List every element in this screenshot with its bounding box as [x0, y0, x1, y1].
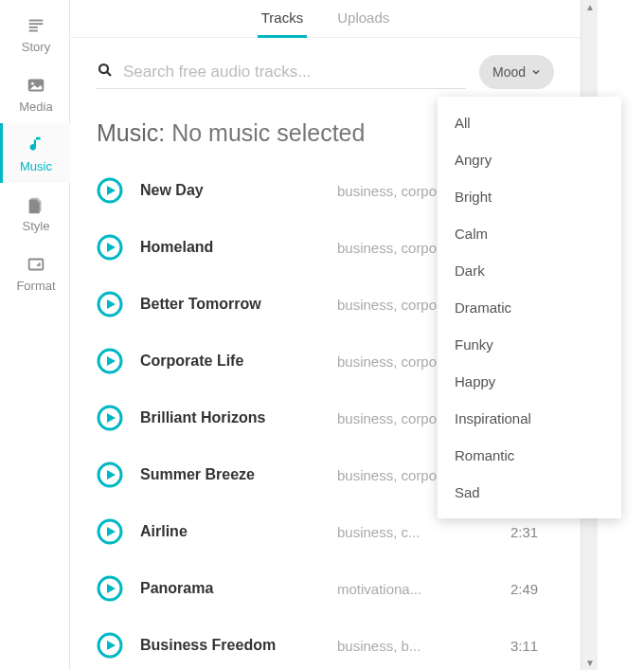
play-button[interactable]	[97, 518, 123, 545]
track-title: Summer Breeze	[140, 466, 320, 483]
play-button[interactable]	[97, 405, 123, 431]
mood-option[interactable]: Romantic	[438, 437, 621, 474]
sidebar-item-story[interactable]: Story	[0, 4, 70, 63]
track-title: New Day	[140, 182, 320, 199]
mood-dropdown-button[interactable]: Mood	[479, 55, 554, 89]
play-button[interactable]	[97, 291, 123, 317]
mood-option[interactable]: Angry	[438, 141, 621, 178]
track-row[interactable]: Business Freedombusiness, b...3:11	[97, 617, 554, 670]
music-icon	[26, 135, 46, 155]
mood-option[interactable]: Dark	[438, 252, 621, 289]
mood-option[interactable]: Dramatic	[438, 289, 621, 326]
mood-label: Mood	[492, 64, 526, 80]
format-icon	[26, 254, 46, 275]
sidebar-item-label: Style	[23, 219, 50, 233]
sidebar-item-format[interactable]: Format	[0, 243, 70, 302]
track-title: Corporate Life	[140, 353, 320, 370]
mood-option[interactable]: All	[438, 104, 621, 141]
play-button[interactable]	[97, 632, 123, 659]
play-button[interactable]	[97, 348, 123, 374]
track-title: Brilliant Horizons	[140, 409, 320, 426]
mood-dropdown: AllAngryBrightCalmDarkDramaticFunkyHappy…	[438, 97, 621, 518]
svg-rect-6	[29, 260, 44, 270]
search-icon	[97, 62, 114, 82]
track-row[interactable]: Panoramamotivationa...2:49	[97, 560, 554, 617]
play-button[interactable]	[97, 575, 123, 602]
track-tags: motivationa...	[337, 581, 493, 597]
style-icon	[26, 194, 46, 215]
sidebar-item-label: Music	[20, 159, 52, 173]
svg-point-7	[99, 64, 108, 73]
sidebar-item-label: Media	[19, 100, 52, 114]
sidebar-item-label: Format	[16, 279, 55, 293]
track-title: Airline	[140, 523, 320, 540]
story-icon	[26, 15, 46, 36]
sidebar-item-style[interactable]: Style	[0, 183, 70, 243]
sidebar-item-media[interactable]: Media	[0, 63, 70, 123]
mood-option[interactable]: Funky	[438, 326, 621, 363]
track-title: Panorama	[140, 580, 320, 597]
mood-option[interactable]: Happy	[438, 363, 621, 400]
track-tags: business, c...	[337, 524, 493, 540]
heading-prefix: Music:	[97, 119, 165, 146]
track-duration: 2:49	[510, 581, 554, 597]
track-duration: 3:11	[510, 638, 554, 654]
play-button[interactable]	[97, 462, 123, 488]
track-title: Business Freedom	[140, 637, 320, 654]
sidebar-item-label: Story	[22, 40, 50, 54]
mood-option[interactable]: Sad	[438, 474, 621, 511]
tab-tracks[interactable]: Tracks	[258, 9, 307, 38]
tab-uploads[interactable]: Uploads	[333, 9, 393, 38]
track-tags: business, b...	[337, 638, 493, 654]
sidebar: Story Media Music Style Format	[0, 0, 70, 670]
play-button[interactable]	[97, 234, 123, 261]
search-box[interactable]	[97, 56, 466, 89]
track-title: Homeland	[140, 239, 320, 256]
heading-rest: No music selected	[165, 119, 365, 146]
mood-option[interactable]: Calm	[438, 215, 621, 252]
mood-option[interactable]: Inspirational	[438, 400, 621, 437]
search-input[interactable]	[123, 63, 466, 81]
svg-line-8	[107, 72, 111, 76]
sidebar-item-music[interactable]: Music	[0, 123, 70, 183]
main-panel: Tracks Uploads Mood Music: No music sele…	[70, 0, 581, 670]
track-title: Better Tomorrow	[140, 296, 320, 313]
track-duration: 2:31	[510, 524, 554, 540]
search-row: Mood	[70, 38, 581, 97]
play-button[interactable]	[97, 177, 123, 204]
media-icon	[26, 75, 46, 96]
chevron-down-icon	[531, 64, 541, 80]
svg-point-5	[31, 82, 34, 85]
tabs: Tracks Uploads	[70, 0, 581, 38]
mood-option[interactable]: Bright	[438, 178, 621, 215]
